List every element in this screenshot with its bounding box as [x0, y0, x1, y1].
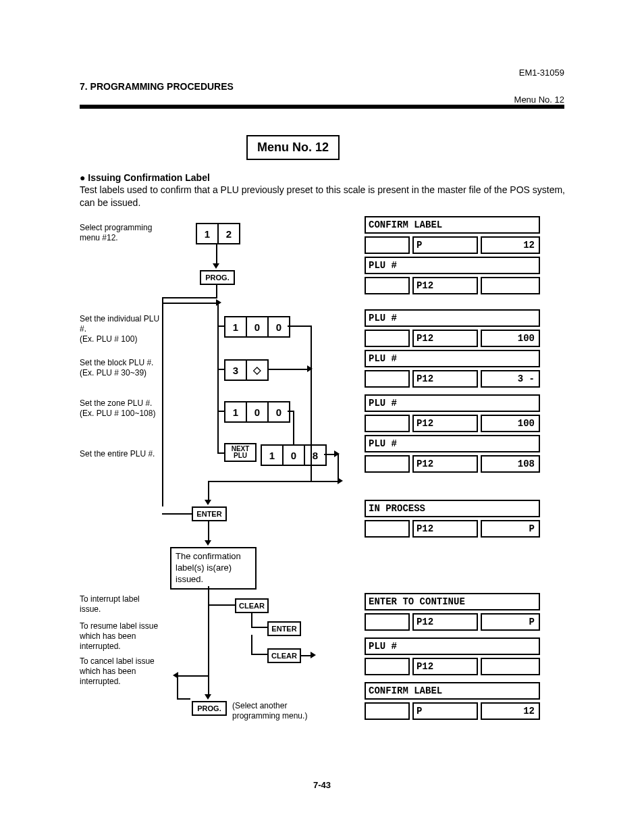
- display-0: CONFIRM LABEL P 12: [365, 216, 540, 251]
- key: 1: [225, 317, 247, 336]
- key: 1: [225, 402, 247, 421]
- prog2-note: (Select another programming menu.): [232, 701, 327, 721]
- display-1: PLU # P12: [365, 257, 540, 292]
- line: [251, 635, 252, 654]
- next-plu-button: NEXT PLU: [224, 443, 257, 462]
- key: 0: [247, 402, 269, 421]
- display-8: PLU # P12: [365, 637, 540, 673]
- section-heading: 7. PROGRAMMING PROCEDURES: [80, 81, 234, 92]
- disp-c1: [365, 415, 410, 432]
- arrowhead-icon: [205, 694, 211, 700]
- cancel-note: To cancel label issue which has been int…: [80, 656, 174, 687]
- disp-c3: [481, 277, 540, 294]
- line: [288, 325, 312, 327]
- line: [177, 698, 190, 700]
- line: [217, 303, 219, 325]
- key-2: 2: [219, 224, 239, 243]
- disp-c3: [481, 658, 540, 675]
- disp-c3: 100: [481, 415, 540, 432]
- disp-c1: [365, 277, 410, 294]
- disp-c2: P12: [412, 520, 478, 538]
- disp-c1: [365, 236, 410, 254]
- arrow: [216, 244, 217, 263]
- step4-note: Set the zone PLU #. (Ex. PLU # 100~108): [80, 398, 174, 419]
- disp-c1: [365, 520, 410, 538]
- line: [208, 586, 209, 694]
- interrupt-note: To interrupt label issue.: [80, 594, 161, 615]
- arrowhead-icon: [213, 263, 219, 269]
- prog-button: PROG.: [200, 270, 235, 285]
- line: [288, 411, 293, 412]
- disp-c3: 3 -: [481, 370, 540, 388]
- arrowhead-icon: [205, 500, 211, 505]
- disp-c2: P12: [412, 330, 478, 347]
- page-number: 7-43: [0, 780, 644, 790]
- disp-c1: [365, 370, 410, 388]
- disp-c2: P12: [412, 658, 478, 675]
- line: [293, 411, 294, 444]
- header-menu: Menu No. 12: [514, 95, 564, 105]
- step1-note: Select programming menu #12.: [80, 223, 161, 243]
- line: [217, 411, 219, 452]
- intro-heading-text: Issuing Confirmation Label: [88, 172, 209, 183]
- display-5: PLU # P12 108: [365, 435, 540, 470]
- line: [162, 303, 217, 304]
- display-2: PLU # P12 100: [365, 309, 540, 344]
- disp-line1: ENTER TO CONTINUE: [365, 593, 540, 610]
- disp-line1: IN PROCESS: [365, 500, 540, 517]
- enter-button: ENTER: [192, 506, 227, 521]
- disp-c3: P: [481, 520, 540, 538]
- step5-note: Set the entire PLU #.: [80, 449, 174, 459]
- line: [251, 627, 267, 628]
- line: [217, 369, 219, 411]
- step2-note: Set the individual PLU #. (Ex. PLU # 100…: [80, 314, 167, 344]
- line: [217, 325, 219, 369]
- doc-number: EM1-31059: [519, 68, 564, 78]
- arrowhead-icon: [205, 540, 211, 546]
- disp-c3: 100: [481, 330, 540, 347]
- key-1: 1: [197, 224, 219, 243]
- step3-note: Set the block PLU #. (Ex. PLU # 30~39): [80, 358, 167, 378]
- disp-c3: 12: [481, 702, 540, 720]
- arrowhead-icon: [307, 365, 313, 372]
- disp-c1: [365, 702, 410, 720]
- key: 1: [262, 446, 284, 465]
- disp-line1: CONFIRM LABEL: [365, 216, 540, 234]
- disp-line1: PLU #: [365, 309, 540, 327]
- disp-c1: [365, 330, 410, 347]
- disp-c3: P: [481, 613, 540, 631]
- arrow: [216, 285, 217, 297]
- display-7: ENTER TO CONTINUE P12 P: [365, 593, 540, 628]
- step2-keys: 1 0 0: [224, 316, 290, 338]
- disp-c2: P12: [412, 277, 478, 294]
- key: 3: [225, 361, 247, 380]
- key: 0: [247, 317, 269, 336]
- diamond-icon: ◇: [247, 361, 267, 380]
- clear2-button: CLEAR: [267, 648, 301, 663]
- step1-keys: 1 2: [196, 223, 240, 244]
- disp-c2: P12: [412, 415, 478, 432]
- key: 8: [305, 446, 325, 465]
- display-3: PLU # P12 3 -: [365, 350, 540, 385]
- intro-text: Test labels used to confirm that a PLU p…: [80, 184, 566, 209]
- disp-line1: PLU #: [365, 637, 540, 655]
- line: [251, 612, 252, 627]
- disp-c3: 108: [481, 455, 540, 473]
- key: 0: [269, 402, 289, 421]
- header-rule: [80, 105, 564, 109]
- key: 0: [284, 446, 305, 465]
- line: [177, 675, 178, 698]
- clear-button: CLEAR: [235, 598, 269, 613]
- line: [162, 513, 192, 515]
- line: [208, 481, 339, 482]
- line: [208, 604, 235, 606]
- line: [208, 481, 209, 500]
- disp-c2: P12: [412, 455, 478, 473]
- disp-line1: PLU #: [365, 435, 540, 452]
- arrowhead-icon: [311, 652, 316, 658]
- display-4: PLU # P12 100: [365, 394, 540, 429]
- line: [251, 654, 267, 655]
- disp-c1: [365, 658, 410, 675]
- key: 0: [269, 317, 289, 336]
- disp-line1: CONFIRM LABEL: [365, 682, 540, 700]
